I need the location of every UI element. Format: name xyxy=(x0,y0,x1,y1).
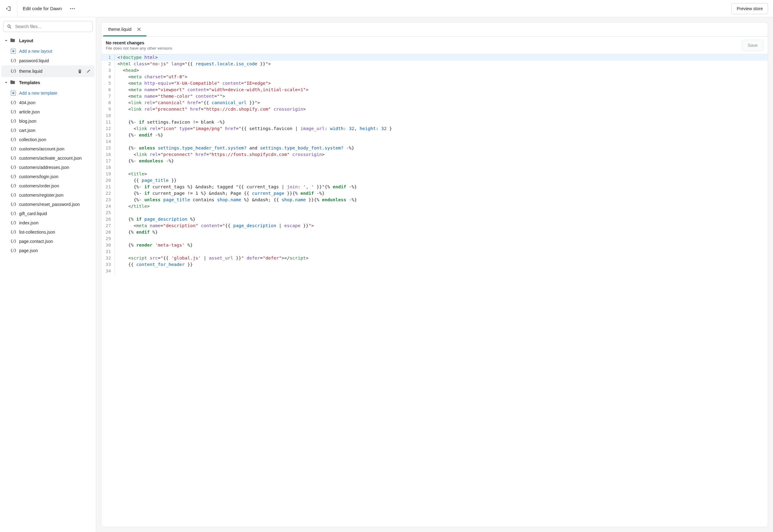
page-title: Edit code for Dawn xyxy=(23,6,62,11)
file-item[interactable]: {/}cart.json xyxy=(1,126,95,135)
exit-icon xyxy=(6,6,12,12)
file-item[interactable]: {/}gift_card.liquid xyxy=(1,209,95,218)
file-name: password.liquid xyxy=(19,58,92,63)
file-name: customers/register.json xyxy=(19,193,92,198)
file-item[interactable]: {/}customers/account.json xyxy=(1,144,95,153)
search-icon xyxy=(6,24,12,29)
code-file-icon: {/} xyxy=(10,128,17,133)
folder-label: Layout xyxy=(19,38,33,43)
file-name: customers/account.json xyxy=(19,146,92,151)
rename-file-button[interactable] xyxy=(85,68,92,75)
code-file-icon: {/} xyxy=(10,165,17,170)
caret-down-icon xyxy=(4,39,9,43)
add-new-layout[interactable]: Add a new layout xyxy=(1,46,95,56)
file-item[interactable]: {/}theme.liquid xyxy=(1,65,95,77)
close-icon xyxy=(137,27,141,31)
code-file-icon: {/} xyxy=(10,156,17,160)
file-name: article.json xyxy=(19,109,92,114)
tab-label: theme.liquid xyxy=(108,27,132,32)
folder-icon xyxy=(10,80,16,86)
add-label: Add a new template xyxy=(19,91,92,96)
file-sidebar: LayoutAdd a new layout{/}password.liquid… xyxy=(0,17,96,532)
back-button[interactable] xyxy=(0,0,17,17)
file-item[interactable]: {/}customers/order.json xyxy=(1,181,95,190)
code-file-icon: {/} xyxy=(10,230,17,234)
search-input[interactable] xyxy=(3,21,93,32)
file-item[interactable]: {/}page.contact.json xyxy=(1,237,95,246)
file-name: customers/activate_account.json xyxy=(19,156,92,161)
code-file-icon: {/} xyxy=(10,59,17,63)
file-item[interactable]: {/}customers/activate_account.json xyxy=(1,153,95,163)
editor-tab[interactable]: theme.liquid xyxy=(103,23,146,36)
add-label: Add a new layout xyxy=(19,49,92,54)
file-name: theme.liquid xyxy=(19,69,76,74)
code-file-icon: {/} xyxy=(10,211,17,216)
code-file-icon: {/} xyxy=(10,69,17,73)
delete-file-button[interactable] xyxy=(76,68,84,75)
code-file-icon: {/} xyxy=(10,147,17,151)
code-file-icon: {/} xyxy=(10,193,17,197)
svg-point-0 xyxy=(70,8,71,9)
file-item[interactable]: {/}blog.json xyxy=(1,117,95,126)
folder-icon xyxy=(10,38,16,44)
file-name: list-collections.json xyxy=(19,230,92,235)
file-name: customers/order.json xyxy=(19,183,92,188)
tab-close-button[interactable] xyxy=(137,27,141,31)
code-file-icon: {/} xyxy=(10,248,17,253)
file-item[interactable]: {/}customers/register.json xyxy=(1,190,95,200)
preview-store-button[interactable]: Preview store xyxy=(731,3,768,14)
file-name: index.json xyxy=(19,220,92,225)
file-name: customers/login.json xyxy=(19,174,92,179)
file-name: customers/reset_password.json xyxy=(19,202,92,207)
code-file-icon: {/} xyxy=(10,184,17,188)
file-name: gift_card.liquid xyxy=(19,211,92,216)
code-editor[interactable]: 1<!doctype html>2<html class="no-js" lan… xyxy=(101,54,768,527)
file-name: blog.json xyxy=(19,119,92,124)
file-item[interactable]: {/}collection.json xyxy=(1,135,95,144)
file-item[interactable]: {/}article.json xyxy=(1,107,95,117)
caret-down-icon xyxy=(4,80,9,85)
file-item[interactable]: {/}customers/reset_password.json xyxy=(1,200,95,209)
folder-templates[interactable]: Templates xyxy=(1,77,95,88)
file-item[interactable]: {/}password.liquid xyxy=(1,56,95,65)
status-subtext: File does not have any other versions xyxy=(106,46,172,51)
file-name: page.json xyxy=(19,248,92,253)
file-name: cart.json xyxy=(19,128,92,133)
file-item[interactable]: {/}404.json xyxy=(1,98,95,107)
file-name: 404.json xyxy=(19,100,92,105)
file-item[interactable]: {/}index.json xyxy=(1,218,95,227)
file-name: collection.json xyxy=(19,137,92,142)
code-file-icon: {/} xyxy=(10,137,17,142)
code-file-icon: {/} xyxy=(10,221,17,225)
code-file-icon: {/} xyxy=(10,239,17,243)
code-file-icon: {/} xyxy=(10,174,17,179)
file-name: page.contact.json xyxy=(19,239,92,244)
save-button[interactable]: Save xyxy=(742,40,763,51)
status-heading: No recent changes xyxy=(106,40,172,45)
file-name: customers/addresses.json xyxy=(19,165,92,170)
file-item[interactable]: {/}page.json xyxy=(1,246,95,255)
dots-horizontal-icon xyxy=(69,6,76,12)
file-item[interactable]: {/}customers/addresses.json xyxy=(1,163,95,172)
code-file-icon: {/} xyxy=(10,202,17,207)
add-icon xyxy=(10,48,17,54)
topbar: Edit code for Dawn Preview store xyxy=(0,0,773,17)
code-file-icon: {/} xyxy=(10,100,17,105)
file-item[interactable]: {/}customers/login.json xyxy=(1,172,95,181)
code-file-icon: {/} xyxy=(10,119,17,123)
svg-point-1 xyxy=(72,8,73,9)
svg-point-2 xyxy=(74,8,75,9)
add-new-templates[interactable]: Add a new template xyxy=(1,88,95,98)
code-file-icon: {/} xyxy=(10,110,17,114)
folder-label: Templates xyxy=(19,80,40,85)
folder-layout[interactable]: Layout xyxy=(1,35,95,46)
more-actions-button[interactable] xyxy=(68,4,77,13)
file-item[interactable]: {/}list-collections.json xyxy=(1,227,95,237)
add-icon xyxy=(10,90,17,96)
